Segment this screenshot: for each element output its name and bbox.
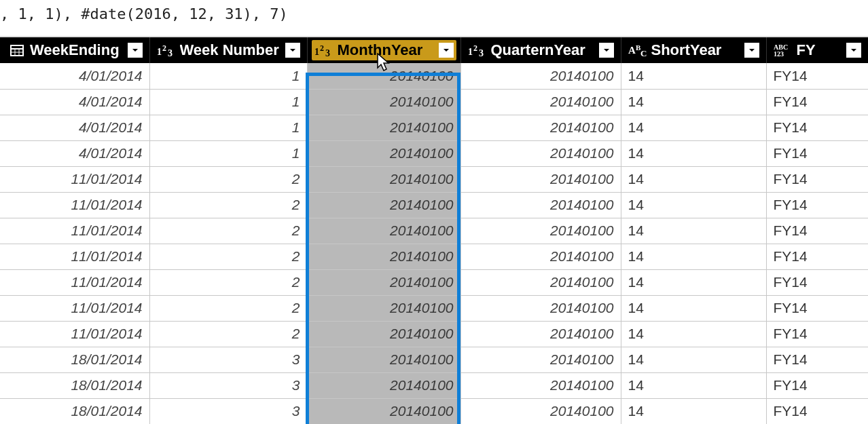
cell-sy[interactable]: 14	[621, 218, 766, 244]
cell-sy[interactable]: 14	[621, 244, 766, 269]
cell-qny[interactable]: 20140100	[460, 269, 621, 295]
cell-fy[interactable]: FY14	[766, 140, 868, 166]
cell-we[interactable]: 11/01/2014	[0, 192, 149, 218]
table-row[interactable]: 4/01/20141201401002014010014FY14	[0, 89, 868, 115]
table-row[interactable]: 11/01/20142201401002014010014FY14	[0, 295, 868, 321]
table-row[interactable]: 11/01/20142201401002014010014FY14	[0, 166, 868, 192]
column-header-weekending[interactable]: WeekEnding	[0, 37, 149, 63]
column-header-fy[interactable]: ABC 123 FY	[766, 37, 868, 63]
cell-fy[interactable]: FY14	[766, 269, 868, 295]
column-header-monthnyear[interactable]: 1 2 3 MonthnYear	[307, 37, 460, 63]
cell-we[interactable]: 18/01/2014	[0, 347, 149, 372]
table-row[interactable]: 4/01/20141201401002014010014FY14	[0, 140, 868, 166]
cell-we[interactable]: 4/01/2014	[0, 115, 149, 140]
cell-sy[interactable]: 14	[621, 295, 766, 321]
cell-sy[interactable]: 14	[621, 192, 766, 218]
cell-sy[interactable]: 14	[621, 347, 766, 372]
cell-sy[interactable]: 14	[621, 372, 766, 398]
cell-fy[interactable]: FY14	[766, 244, 868, 269]
cell-we[interactable]: 11/01/2014	[0, 321, 149, 347]
cell-qny[interactable]: 20140100	[460, 89, 621, 115]
cell-sy[interactable]: 14	[621, 63, 766, 89]
filter-dropdown-button[interactable]	[128, 43, 143, 58]
cell-mny[interactable]: 20140100	[307, 269, 460, 295]
table-row[interactable]: 11/01/20142201401002014010014FY14	[0, 244, 868, 269]
cell-fy[interactable]: FY14	[766, 347, 868, 372]
cell-fy[interactable]: FY14	[766, 295, 868, 321]
cell-mny[interactable]: 20140100	[307, 295, 460, 321]
table-row[interactable]: 11/01/20142201401002014010014FY14	[0, 218, 868, 244]
cell-sy[interactable]: 14	[621, 398, 766, 424]
cell-fy[interactable]: FY14	[766, 115, 868, 140]
cell-wn[interactable]: 2	[149, 295, 307, 321]
cell-mny[interactable]: 20140100	[307, 140, 460, 166]
table-row[interactable]: 4/01/20141201401002014010014FY14	[0, 115, 868, 140]
cell-mny[interactable]: 20140100	[307, 63, 460, 89]
cell-mny[interactable]: 20140100	[307, 166, 460, 192]
cell-fy[interactable]: FY14	[766, 218, 868, 244]
cell-wn[interactable]: 1	[149, 63, 307, 89]
cell-we[interactable]: 4/01/2014	[0, 140, 149, 166]
cell-we[interactable]: 4/01/2014	[0, 63, 149, 89]
cell-mny[interactable]: 20140100	[307, 218, 460, 244]
cell-wn[interactable]: 1	[149, 140, 307, 166]
cell-sy[interactable]: 14	[621, 89, 766, 115]
table-row[interactable]: 4/01/20141201401002014010014FY14	[0, 63, 868, 89]
cell-sy[interactable]: 14	[621, 140, 766, 166]
table-row[interactable]: 18/01/20143201401002014010014FY14	[0, 372, 868, 398]
cell-wn[interactable]: 2	[149, 244, 307, 269]
table-row[interactable]: 18/01/20143201401002014010014FY14	[0, 398, 868, 424]
cell-fy[interactable]: FY14	[766, 89, 868, 115]
table-row[interactable]: 11/01/20142201401002014010014FY14	[0, 192, 868, 218]
cell-mny[interactable]: 20140100	[307, 398, 460, 424]
filter-dropdown-button[interactable]	[599, 43, 614, 58]
cell-qny[interactable]: 20140100	[460, 398, 621, 424]
cell-qny[interactable]: 20140100	[460, 218, 621, 244]
cell-qny[interactable]: 20140100	[460, 347, 621, 372]
cell-qny[interactable]: 20140100	[460, 295, 621, 321]
cell-qny[interactable]: 20140100	[460, 63, 621, 89]
cell-sy[interactable]: 14	[621, 166, 766, 192]
table-row[interactable]: 18/01/20143201401002014010014FY14	[0, 347, 868, 372]
cell-mny[interactable]: 20140100	[307, 115, 460, 140]
cell-mny[interactable]: 20140100	[307, 192, 460, 218]
cell-qny[interactable]: 20140100	[460, 115, 621, 140]
cell-wn[interactable]: 2	[149, 321, 307, 347]
cell-we[interactable]: 11/01/2014	[0, 244, 149, 269]
cell-mny[interactable]: 20140100	[307, 372, 460, 398]
cell-wn[interactable]: 3	[149, 372, 307, 398]
cell-we[interactable]: 18/01/2014	[0, 398, 149, 424]
filter-dropdown-button[interactable]	[439, 43, 454, 58]
cell-fy[interactable]: FY14	[766, 372, 868, 398]
cell-fy[interactable]: FY14	[766, 63, 868, 89]
column-header-quarternyear[interactable]: 1 2 3 QuarternYear	[460, 37, 621, 63]
cell-fy[interactable]: FY14	[766, 321, 868, 347]
cell-we[interactable]: 11/01/2014	[0, 269, 149, 295]
filter-dropdown-button[interactable]	[846, 43, 861, 58]
cell-wn[interactable]: 2	[149, 192, 307, 218]
cell-wn[interactable]: 1	[149, 115, 307, 140]
cell-fy[interactable]: FY14	[766, 192, 868, 218]
cell-qny[interactable]: 20140100	[460, 140, 621, 166]
cell-qny[interactable]: 20140100	[460, 244, 621, 269]
cell-we[interactable]: 4/01/2014	[0, 89, 149, 115]
cell-qny[interactable]: 20140100	[460, 321, 621, 347]
cell-sy[interactable]: 14	[621, 269, 766, 295]
cell-wn[interactable]: 3	[149, 398, 307, 424]
cell-sy[interactable]: 14	[621, 321, 766, 347]
column-header-weeknumber[interactable]: 1 2 3 Week Number	[149, 37, 307, 63]
cell-mny[interactable]: 20140100	[307, 89, 460, 115]
cell-qny[interactable]: 20140100	[460, 372, 621, 398]
cell-we[interactable]: 18/01/2014	[0, 372, 149, 398]
cell-wn[interactable]: 2	[149, 166, 307, 192]
cell-qny[interactable]: 20140100	[460, 192, 621, 218]
column-header-shortyear[interactable]: A B C ShortYear	[621, 37, 766, 63]
cell-wn[interactable]: 2	[149, 269, 307, 295]
cell-we[interactable]: 11/01/2014	[0, 218, 149, 244]
cell-fy[interactable]: FY14	[766, 166, 868, 192]
cell-we[interactable]: 11/01/2014	[0, 166, 149, 192]
cell-mny[interactable]: 20140100	[307, 321, 460, 347]
cell-fy[interactable]: FY14	[766, 398, 868, 424]
cell-mny[interactable]: 20140100	[307, 244, 460, 269]
filter-dropdown-button[interactable]	[285, 43, 300, 58]
